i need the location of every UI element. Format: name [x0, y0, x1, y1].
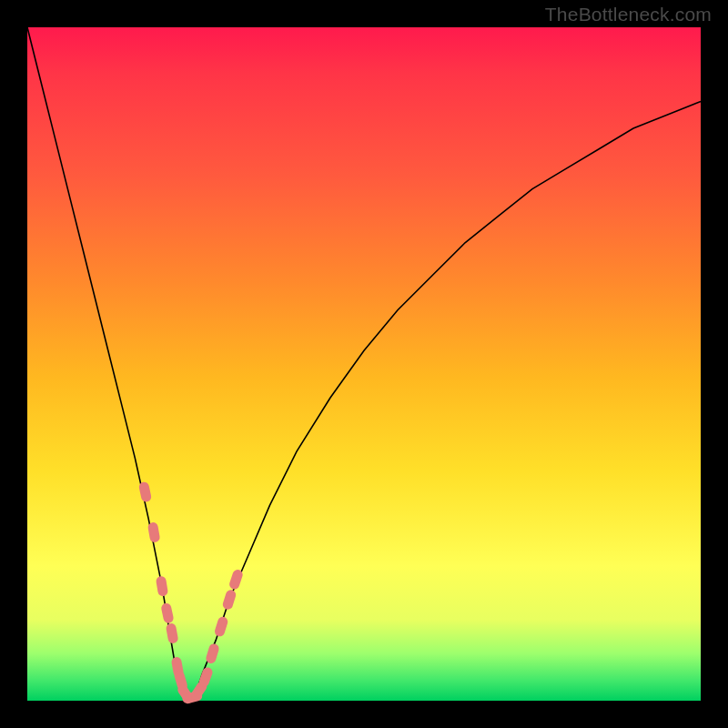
curve-marker	[138, 481, 152, 503]
watermark-text: TheBottleneck.com	[545, 4, 712, 25]
curve-marker	[228, 569, 244, 591]
curve-marker	[214, 615, 229, 637]
curve-marker	[156, 575, 168, 597]
plot-area	[27, 27, 701, 701]
curve-marker	[166, 622, 179, 644]
bottleneck-curve	[27, 27, 701, 701]
curve-marker	[205, 642, 220, 664]
curve-layer	[27, 27, 701, 701]
marker-layer	[138, 481, 244, 705]
chart-stage: TheBottleneck.com	[0, 0, 728, 728]
curve-marker	[160, 602, 174, 624]
curve-marker	[147, 521, 161, 543]
curve-marker	[221, 589, 237, 611]
